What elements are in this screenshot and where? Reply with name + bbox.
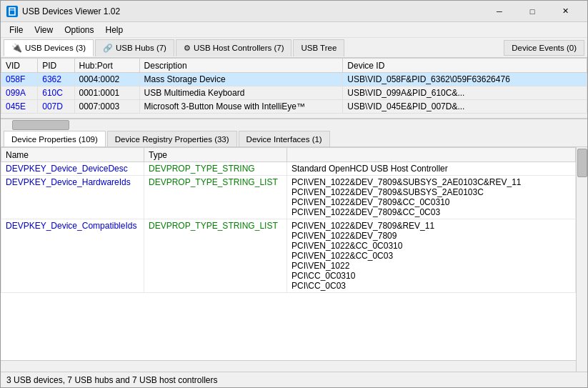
col-name: Name [1,148,144,162]
device-table-container: VID PID Hub:Port Description Device ID 0… [1,58,587,119]
main-window: USB Devices Viewer 1.02 ─ □ ✕ File View … [0,0,588,388]
pid-cell: 007D [38,100,74,114]
tab-usb-tree[interactable]: USB Tree [293,39,344,56]
col-type: Type [144,148,287,162]
h-scroll-thumb[interactable] [12,120,69,130]
pid-cell: 6362 [38,73,74,86]
props-area: Name Type DEVPKEY_Device_DeviceDescDEVPR… [1,147,587,372]
col-hub-port: Hub:Port [74,59,139,73]
maximize-button[interactable]: □ [516,1,549,22]
tab-usb-devices[interactable]: 🔌 USB Devices (3) [4,39,94,56]
prop-value-cell: PCI\VEN_1022&DEV_7809&REV_11PCI\VEN_1022… [287,219,576,293]
tab-device-props-label: Device Properties (109) [11,135,98,144]
menu-bar: File View Options Help [1,22,587,38]
close-button[interactable]: ✕ [549,1,582,22]
device-id-cell: USB\VID_045E&PID_007D&... [343,100,587,114]
status-text: 3 USB devices, 7 USB hubs and 7 USB host… [6,375,217,385]
props-table-row[interactable]: DEVPKEY_Device_HardwareIdsDEVPROP_TYPE_S… [1,176,576,219]
tab-device-registry-label: Device Registry Properties (33) [115,135,229,144]
tab-usb-hubs[interactable]: 🔗 USB Hubs (7) [95,39,174,56]
menu-file[interactable]: File [4,24,29,36]
vid-cell: 045E [1,100,38,114]
col-description: Description [139,59,343,73]
prop-value-line: PCI\VEN_1022 [291,261,571,271]
vid-cell: 099A [1,86,38,100]
title-bar: USB Devices Viewer 1.02 ─ □ ✕ [1,1,587,22]
scroll-thumb[interactable] [577,149,587,177]
props-table-wrapper: Name Type DEVPKEY_Device_DeviceDescDEVPR… [1,147,587,372]
props-table-header: Name Type [1,148,576,162]
tab-device-registry[interactable]: Device Registry Properties (33) [107,131,237,146]
tab-device-interfaces-label: Device Interfaces (1) [246,135,322,144]
status-bar: 3 USB devices, 7 USB hubs and 7 USB host… [1,372,587,387]
prop-name-cell: DEVPKEY_Device_DeviceDesc [1,162,144,176]
desc-cell: USB Multimedia Keyboard [139,86,343,100]
table-row[interactable]: 099A 610C 0001:0001 USB Multimedia Keybo… [1,86,587,100]
menu-view[interactable]: View [29,24,59,36]
tab-usb-tree-label: USB Tree [301,44,337,52]
hub-port-cell: 0001:0001 [74,86,139,100]
table-row[interactable]: 058F 6362 0004:0002 Mass Storage Device … [1,73,587,86]
prop-value-line: PCI\VEN_1022&DEV_7809 [291,231,571,241]
prop-value-line: PCI\CC_0C0310 [291,271,571,281]
prop-type-cell: DEVPROP_TYPE_STRING_LIST [144,219,287,293]
col-pid: PID [38,59,74,73]
tab-usb-controllers[interactable]: ⚙ USB Host Controllers (7) [176,39,292,56]
props-table: Name Type DEVPKEY_Device_DeviceDescDEVPR… [1,147,576,293]
menu-options[interactable]: Options [59,24,99,36]
device-events-button[interactable]: Device Events (0) [504,40,584,56]
top-tab-bar: 🔌 USB Devices (3) 🔗 USB Hubs (7) ⚙ USB H… [1,38,587,58]
device-table-scrollbar[interactable] [1,119,587,130]
tab-usb-devices-label: USB Devices (3) [25,44,86,52]
prop-value-line: PCI\VEN_1022&DEV_7809&REV_11 [291,221,571,231]
tab-device-interfaces[interactable]: Device Interfaces (1) [239,131,330,146]
device-id-cell: USB\VID_058F&PID_6362\059F63626476 [343,73,587,86]
minimize-button[interactable]: ─ [483,1,516,22]
window-title: USB Devices Viewer 1.02 [22,6,483,16]
prop-value-cell: Standard OpenHCD USB Host Controller [287,162,576,176]
prop-value-cell: PCI\VEN_1022&DEV_7809&SUBSYS_2AE0103C&RE… [287,176,576,219]
col-value [287,148,576,162]
usb-controllers-icon: ⚙ [184,44,191,53]
window-controls: ─ □ ✕ [483,1,582,22]
menu-help[interactable]: Help [100,24,129,36]
prop-value-line: PCI\CC_0C03 [291,281,571,291]
props-table-row[interactable]: DEVPKEY_Device_CompatibleIdsDEVPROP_TYPE… [1,219,576,293]
device-table: VID PID Hub:Port Description Device ID 0… [1,58,587,114]
props-hscrollbar[interactable] [1,360,576,372]
prop-value-line: PCI\VEN_1022&DEV_7809&SUBSYS_2AE0103C [291,187,571,197]
tab-device-props[interactable]: Device Properties (109) [4,131,106,146]
prop-value-line: PCI\VEN_1022&DEV_7809&CC_0C0310 [291,197,571,207]
tab-usb-hubs-label: USB Hubs (7) [116,44,166,52]
col-vid: VID [1,59,38,73]
svg-rect-0 [9,8,15,15]
tab-usb-controllers-label: USB Host Controllers (7) [194,44,284,52]
pid-cell: 610C [38,86,74,100]
prop-name-cell: DEVPKEY_Device_CompatibleIds [1,219,144,293]
device-id-cell: USB\VID_099A&PID_610C&... [343,86,587,100]
prop-value-line: PCI\VEN_1022&DEV_7809&CC_0C03 [291,207,571,217]
prop-value-line: PCI\VEN_1022&CC_0C03 [291,251,571,261]
device-table-header: VID PID Hub:Port Description Device ID [1,59,587,73]
hub-port-cell: 0004:0002 [74,73,139,86]
props-table-row[interactable]: DEVPKEY_Device_DeviceDescDEVPROP_TYPE_ST… [1,162,576,176]
props-scrollbar[interactable] [576,147,587,372]
prop-type-cell: DEVPROP_TYPE_STRING [144,162,287,176]
vid-cell: 058F [1,73,38,86]
prop-type-cell: DEVPROP_TYPE_STRING_LIST [144,176,287,219]
prop-name-cell: DEVPKEY_Device_HardwareIds [1,176,144,219]
bottom-tab-bar: Device Properties (109) Device Registry … [1,130,587,147]
prop-value-line: PCI\VEN_1022&DEV_7809&SUBSYS_2AE0103C&RE… [291,177,571,187]
prop-value-line: PCI\VEN_1022&CC_0C0310 [291,241,571,251]
desc-cell: Mass Storage Device [139,73,343,86]
table-row[interactable]: 045E 007D 0007:0003 Microsoft 3-Button M… [1,100,587,114]
usb-hubs-icon: 🔗 [103,44,113,53]
usb-devices-icon: 🔌 [11,43,22,53]
desc-cell: Microsoft 3-Button Mouse with IntelliEye… [139,100,343,114]
col-device-id: Device ID [343,59,587,73]
app-icon [6,6,18,17]
hub-port-cell: 0007:0003 [74,100,139,114]
